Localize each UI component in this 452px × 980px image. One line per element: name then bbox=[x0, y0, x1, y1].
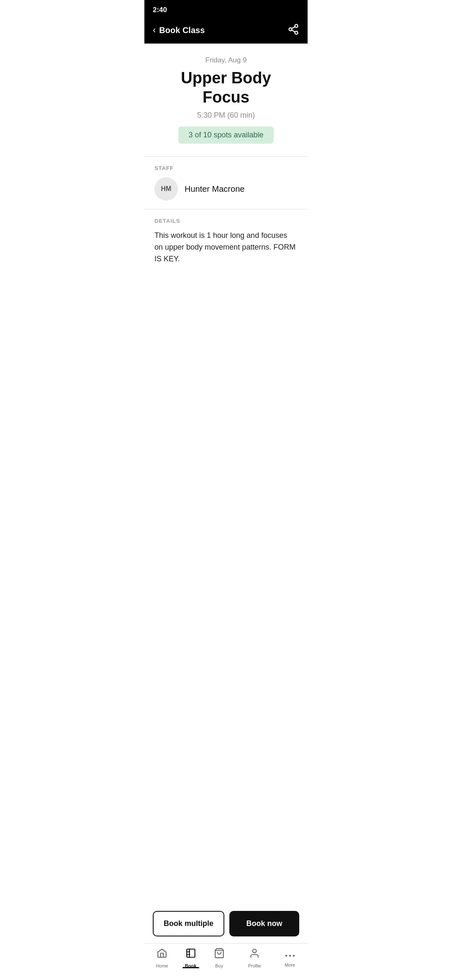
staff-initials: HM bbox=[161, 185, 172, 193]
staff-row: HM Hunter Macrone bbox=[154, 177, 298, 201]
top-nav: ‹ Book Class bbox=[144, 18, 308, 44]
details-text: This workout is 1 hour long and focuses … bbox=[154, 230, 298, 265]
class-name: Upper Body Focus bbox=[157, 69, 295, 107]
status-time: 2:40 bbox=[153, 6, 167, 14]
staff-label: STAFF bbox=[154, 165, 298, 171]
details-label: DETAILS bbox=[154, 218, 298, 224]
page-title: Book Class bbox=[159, 26, 205, 35]
svg-line-4 bbox=[292, 27, 295, 29]
share-icon bbox=[288, 23, 299, 35]
status-bar: 2:40 bbox=[144, 0, 308, 18]
class-header: Friday, Aug 9 Upper Body Focus 5:30 PM (… bbox=[144, 44, 308, 156]
class-date: Friday, Aug 9 bbox=[157, 56, 295, 64]
back-button[interactable]: ‹ Book Class bbox=[153, 25, 205, 36]
details-section: DETAILS This workout is 1 hour long and … bbox=[144, 209, 308, 273]
spots-badge: 3 of 10 spots available bbox=[178, 126, 273, 144]
svg-line-3 bbox=[292, 30, 295, 32]
share-button[interactable] bbox=[288, 23, 299, 37]
class-time: 5:30 PM (60 min) bbox=[157, 111, 295, 120]
staff-section: STAFF HM Hunter Macrone bbox=[144, 157, 308, 209]
back-arrow-icon: ‹ bbox=[153, 25, 156, 36]
staff-name: Hunter Macrone bbox=[185, 184, 244, 194]
staff-avatar: HM bbox=[154, 177, 178, 201]
